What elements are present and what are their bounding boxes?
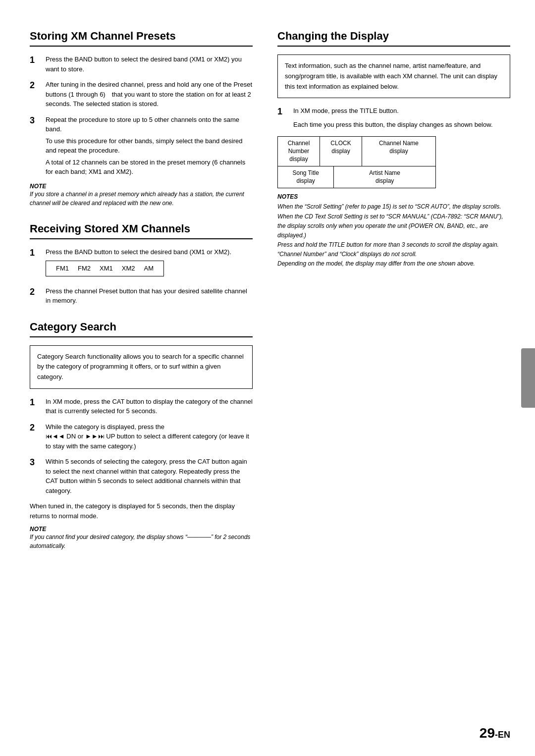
step-3-storing: 3 Repeat the procedure to store up to 5 … xyxy=(30,115,253,177)
category-info-box: Category Search functionality allows you… xyxy=(30,345,253,389)
notes-block: NOTES When the “Scroll Setting” (refer t… xyxy=(277,193,510,269)
step-2-receiving: 2 Press the channel Preset button that h… xyxy=(30,286,253,306)
note-item-2: When the CD Text Scroll Setting is set t… xyxy=(277,212,510,241)
note-storing: NOTE If you store a channel in a preset … xyxy=(30,183,253,208)
side-tab xyxy=(521,348,535,408)
step-num-d1: 1 xyxy=(277,106,289,117)
display-info-box: Text information, such as the channel na… xyxy=(277,54,510,98)
step-content-c2: While the category is displayed, press t… xyxy=(46,422,253,451)
step-1-receiving: 1 Press the BAND button to select the de… xyxy=(30,247,253,280)
step-2-storing: 2 After tuning in the desired channel, p… xyxy=(30,80,253,109)
dn-button-label: ⏮◄◄ DN xyxy=(46,432,76,440)
band-diagram: FM1 FM2 XM1 XM2 AM xyxy=(46,261,164,276)
step-content-2: After tuning in the desired channel, pre… xyxy=(46,80,253,109)
artist-name-display: Artist Namedisplay xyxy=(334,166,435,188)
note-item-4: “Channel Number” and “Clock” displays do… xyxy=(277,250,510,259)
note-item-3: Press and hold the TITLE button for more… xyxy=(277,240,510,250)
step-num-2: 2 xyxy=(30,80,42,91)
page: Storing XM Channel Presets 1 Press the B… xyxy=(0,0,535,756)
step-num-r1: 1 xyxy=(30,247,42,259)
notes-text: When the “Scroll Setting” (refer to page… xyxy=(277,202,510,269)
step-num-c3: 3 xyxy=(30,457,42,468)
clock-display: CLOCKdisplay xyxy=(320,137,362,166)
step-content-c3: Within 5 seconds of selecting the catego… xyxy=(46,457,253,495)
section-title-category: Category Search xyxy=(30,321,253,337)
section-storing-xm: Storing XM Channel Presets 1 Press the B… xyxy=(30,30,253,208)
display-grid: Channel Numberdisplay CLOCKdisplay Chann… xyxy=(277,136,436,188)
section-title-storing: Storing XM Channel Presets xyxy=(30,30,253,47)
section-changing-display: Changing the Display Text information, s… xyxy=(277,30,510,269)
note-category: NOTE If you cannot find your desired cat… xyxy=(30,526,253,550)
note-item-5: Depending on the model, the display may … xyxy=(277,259,510,269)
band-xm1: XM1 xyxy=(100,264,113,273)
step-content-d1: In XM mode, press the TITLE button. Each… xyxy=(293,106,510,129)
step-1-display: 1 In XM mode, press the TITLE button. Ea… xyxy=(277,106,510,129)
step-content-c1: In XM mode, press the CAT button to disp… xyxy=(46,397,253,416)
band-fm2: FM2 xyxy=(78,264,91,273)
channel-number-display: Channel Numberdisplay xyxy=(278,137,320,166)
band-xm2: XM2 xyxy=(122,264,135,273)
step-num-c2: 2 xyxy=(30,422,42,433)
display-row-2: Song Titledisplay Artist Namedisplay xyxy=(278,166,435,188)
section-receiving-xm: Receiving Stored XM Channels 1 Press the… xyxy=(30,222,253,306)
step-content-3: Repeat the procedure to store up to 5 ot… xyxy=(46,115,253,177)
display-row-1: Channel Numberdisplay CLOCKdisplay Chann… xyxy=(278,137,435,166)
note-item-1: When the “Scroll Setting” (refer to page… xyxy=(277,202,510,212)
section-category-search: Category Search Category Search function… xyxy=(30,321,253,551)
step-2-category: 2 While the category is displayed, press… xyxy=(30,422,253,451)
display-diagram-container: Channel Numberdisplay CLOCKdisplay Chann… xyxy=(277,136,510,188)
page-number: 29-EN xyxy=(480,725,510,741)
channel-name-display: Channel Namedisplay xyxy=(362,137,435,166)
step-num-r2: 2 xyxy=(30,286,42,298)
step-1-category: 1 In XM mode, press the CAT button to di… xyxy=(30,397,253,416)
step-num-c1: 1 xyxy=(30,397,42,408)
category-extra-text: When tuned in, the category is displayed… xyxy=(30,501,253,521)
section-title-receiving: Receiving Stored XM Channels xyxy=(30,222,253,239)
step-num-3: 3 xyxy=(30,115,42,126)
song-title-display: Song Titledisplay xyxy=(278,166,334,188)
section-title-display: Changing the Display xyxy=(277,30,510,47)
band-fm1: FM1 xyxy=(56,264,69,273)
step-content-r1: Press the BAND button to select the desi… xyxy=(46,247,253,280)
step-content-1: Press the BAND button to select the desi… xyxy=(46,54,253,74)
step-1-storing: 1 Press the BAND button to select the de… xyxy=(30,54,253,74)
right-column: Changing the Display Text information, s… xyxy=(268,30,535,726)
step-content-r2: Press the channel Preset button that has… xyxy=(46,286,253,306)
band-am: AM xyxy=(144,264,154,273)
left-column: Storing XM Channel Presets 1 Press the B… xyxy=(0,30,268,726)
up-button-label: ►►⏭ UP xyxy=(85,432,115,440)
step-3-category: 3 Within 5 seconds of selecting the cate… xyxy=(30,457,253,495)
step-num-1: 1 xyxy=(30,54,42,66)
